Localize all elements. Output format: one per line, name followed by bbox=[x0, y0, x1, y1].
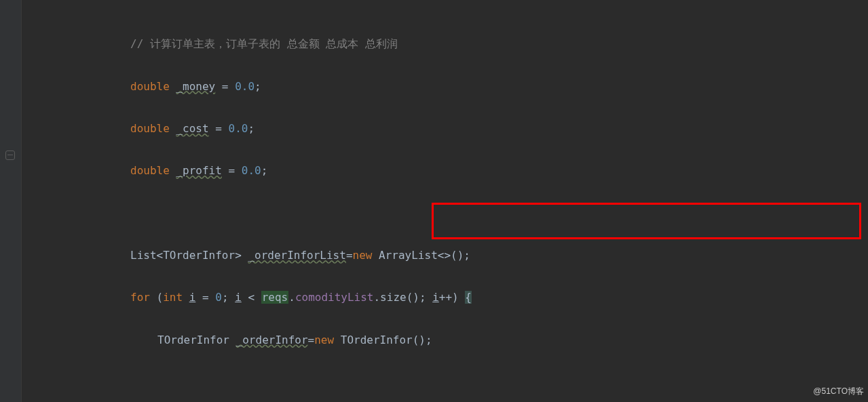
code-editor[interactable]: // 计算订单主表，订单子表的 总金额 总成本 总利润 double _mone… bbox=[22, 12, 726, 402]
blank-line bbox=[22, 203, 726, 224]
code-line: for (int i = 0; i < reqs.comodityList.si… bbox=[22, 287, 726, 308]
comment: // 计算订单主表，订单子表的 总金额 总成本 总利润 bbox=[130, 37, 398, 50]
editor-gutter bbox=[0, 0, 22, 402]
watermark: @51CTO博客 bbox=[813, 384, 864, 399]
blank-line bbox=[22, 371, 726, 393]
code-line: double _cost = 0.0; bbox=[22, 118, 726, 139]
code-line: TOrderInfor _orderInfor=new TOrderInfor(… bbox=[22, 329, 726, 350]
code-line: List<TOrderInfor> _orderInforList=new Ar… bbox=[22, 245, 726, 266]
code-line: double _profit = 0.0; bbox=[22, 160, 726, 181]
fold-icon[interactable] bbox=[5, 150, 15, 160]
code-line: double _money = 0.0; bbox=[22, 76, 726, 97]
code-line: // 计算订单主表，订单子表的 总金额 总成本 总利润 bbox=[22, 33, 726, 54]
highlighted-var: reqs bbox=[261, 291, 289, 304]
